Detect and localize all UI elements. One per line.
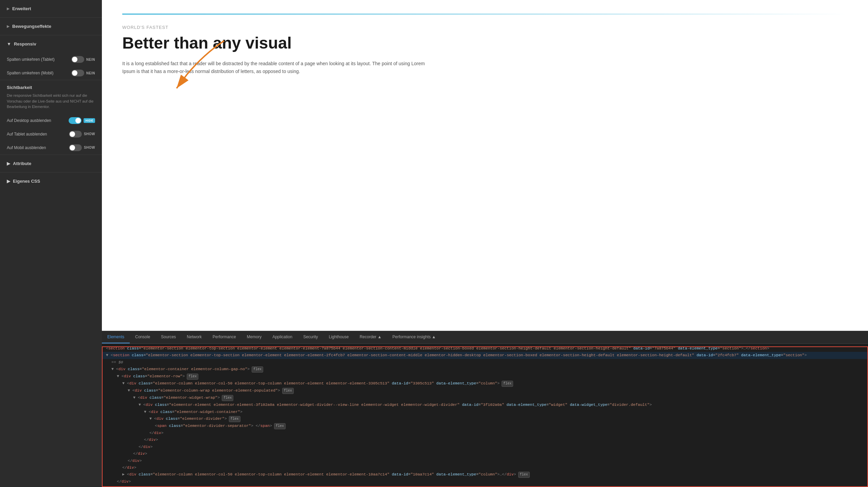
toggle-row-tablet: Spalten umkehren (Tablet) NEIN: [0, 53, 102, 66]
html-line-divider-widget: ▼ <div class="elementor-element elemento…: [102, 401, 868, 408]
responsiv-label: Responsiv: [14, 41, 36, 47]
html-line-2: ▼ <section class="elementor-section elem…: [102, 352, 868, 359]
html-line-widget-wrap: ▼ <div class="elementor-widget-wrap"> fl…: [102, 394, 868, 401]
devtools-tab-elements[interactable]: Elements: [102, 331, 130, 343]
toggle-mobil-label: Spalten umkehren (Mobil): [7, 71, 53, 75]
chevron-right-icon: ▶: [7, 7, 10, 11]
toggle-mobil-hide-label: Auf Mobil ausblenden: [7, 145, 46, 150]
toggle-desktop[interactable]: [69, 117, 82, 124]
toggle-tablet-wrap: NEIN: [71, 56, 95, 63]
sidebar-header-responsiv[interactable]: ▼ Responsiv: [0, 35, 102, 53]
devtools-tabs: Elements Console Sources Network Perform…: [102, 331, 868, 344]
html-line-divider: ▼ <div class="elementor-divider"> flex: [102, 415, 868, 422]
chevron-right-icon-2: ▶: [7, 24, 10, 28]
bewegungseffekte-label: Bewegungseffekte: [12, 24, 51, 29]
toggle-mobil-hide[interactable]: [69, 144, 82, 151]
html-line-comment: == $0: [102, 359, 868, 366]
toggle-row-mobil: Spalten umkehren (Mobil) NEIN: [0, 66, 102, 80]
sichtbarkeit-description: Die responsive Sichtbarkeit wirkt sich n…: [0, 91, 102, 114]
html-line-1: <section class="elementor-section elemen…: [102, 345, 868, 352]
html-line-separator: <span class="elementor-divider-separator…: [102, 422, 868, 430]
toggle-desktop-knob: [75, 118, 81, 123]
chevron-down-icon: ▼: [7, 41, 11, 47]
html-line-close-3: </div>: [102, 444, 868, 450]
html-line-close-2: </div>: [102, 436, 868, 443]
html-line-close-4: </div>: [102, 450, 868, 457]
devtools-tab-sources[interactable]: Sources: [156, 331, 181, 343]
toggle-mobil[interactable]: [71, 70, 84, 76]
sidebar-header-bewegungseffekte[interactable]: ▶ Bewegungseffekte: [0, 18, 102, 35]
toggle-tablet[interactable]: [71, 56, 84, 63]
preview-heading: Better than any visual: [122, 33, 428, 53]
devtools-tab-recorder[interactable]: Recorder ▲: [354, 331, 387, 343]
toggle-tablet-hide-wrap: SHOW: [69, 131, 95, 138]
sidebar-section-erweitert: ▶ Erweitert: [0, 0, 102, 18]
toggle-tablet-hide-label: Auf Tablet ausblenden: [7, 132, 47, 137]
preview-top-line: [122, 14, 848, 15]
sidebar-header-css[interactable]: ▶ Eigenes CSS: [0, 173, 102, 190]
toggle-tablet-hide-state: SHOW: [84, 132, 95, 136]
html-line-close-1: </div>: [102, 430, 868, 436]
devtools-html-content[interactable]: <section class="elementor-section elemen…: [102, 344, 868, 487]
toggle-mobil-state: NEIN: [86, 71, 95, 75]
toggle-tablet-label: Spalten umkehren (Tablet): [7, 57, 55, 62]
devtools-tab-memory[interactable]: Memory: [241, 331, 267, 343]
devtools-tab-performance[interactable]: Performance: [207, 331, 241, 343]
devtools-tab-performance-insights[interactable]: Performance insights ▲: [387, 331, 441, 343]
toggle-desktop-state: HIDE: [84, 118, 95, 123]
toggle-desktop-wrap: HIDE: [69, 117, 95, 124]
attribute-label: Attribute: [13, 161, 31, 166]
sichtbarkeit-title: Sichtbarkeit: [0, 80, 102, 91]
toggle-tablet-knob: [72, 57, 77, 62]
chevron-right-icon-3: ▶: [7, 161, 10, 166]
page-preview: WORLD'S FASTEST Better than any visual I…: [102, 0, 868, 331]
toggle-tablet-hide-knob: [70, 131, 75, 137]
devtools-tab-console[interactable]: Console: [130, 331, 156, 343]
html-line-widget-container: ▼ <div class="elementor-widget-container…: [102, 409, 868, 415]
sidebar-section-attribute: ▶ Attribute: [0, 155, 102, 172]
toggle-row-mobil-hide: Auf Mobil ausblenden SHOW: [0, 141, 102, 155]
toggle-tablet-hide[interactable]: [69, 131, 82, 138]
toggle-mobil-hide-state: SHOW: [84, 146, 95, 149]
html-line-col-wrap: ▼ <div class="elementor-column-wrap elem…: [102, 387, 868, 394]
chevron-right-icon-4: ▶: [7, 179, 10, 184]
toggle-mobil-hide-knob: [70, 145, 75, 150]
sidebar-header-erweitert[interactable]: ▶ Erweitert: [0, 0, 102, 17]
preview-top-label: WORLD'S FASTEST: [122, 25, 428, 30]
html-line-close-row: </div>: [102, 478, 868, 485]
toggle-tablet-state: NEIN: [86, 58, 95, 61]
css-label: Eigenes CSS: [13, 179, 40, 184]
preview-body: It is a long established fact that a rea…: [122, 60, 428, 76]
main-area: WORLD'S FASTEST Better than any visual I…: [102, 0, 868, 487]
devtools-tab-lighthouse[interactable]: Lighthouse: [323, 331, 354, 343]
html-line-col1: ▼ <div class="elementor-column elementor…: [102, 380, 868, 387]
toggle-desktop-label: Auf Desktop ausblenden: [7, 118, 51, 123]
toggle-row-tablet-hide: Auf Tablet ausblenden SHOW: [0, 127, 102, 141]
html-line-close-6: </div>: [102, 464, 868, 471]
html-line-container: ▼ <div class="elementor-container elemen…: [102, 366, 868, 373]
toggle-mobil-wrap: NEIN: [71, 70, 95, 76]
sidebar-section-css: ▶ Eigenes CSS: [0, 172, 102, 190]
erweitert-label: Erweitert: [12, 6, 31, 11]
preview-content: WORLD'S FASTEST Better than any visual I…: [122, 25, 428, 76]
toggle-mobil-hide-wrap: SHOW: [69, 144, 95, 151]
devtools-tab-network[interactable]: Network: [181, 331, 207, 343]
sidebar-section-sichtbarkeit: Sichtbarkeit Die responsive Sichtbarkeit…: [0, 80, 102, 155]
sidebar: ▶ Erweitert ▶ Bewegungseffekte ▼ Respons…: [0, 0, 102, 487]
sidebar-header-attribute[interactable]: ▶ Attribute: [0, 155, 102, 172]
html-line-col2: ▶ <div class="elementor-column elementor…: [102, 471, 868, 478]
devtools-tab-application[interactable]: Application: [267, 331, 298, 343]
sidebar-section-bewegungseffekte: ▶ Bewegungseffekte: [0, 18, 102, 35]
sidebar-section-responsiv: ▼ Responsiv Spalten umkehren (Tablet) NE…: [0, 35, 102, 80]
devtools-tab-security[interactable]: Security: [298, 331, 323, 343]
devtools-panel: Elements Console Sources Network Perform…: [102, 331, 868, 487]
toggle-row-desktop: Auf Desktop ausblenden HIDE: [0, 114, 102, 127]
html-line-row: ▼ <div class="elementor-row"> flex: [102, 373, 868, 380]
html-line-close-5: </div>: [102, 457, 868, 464]
toggle-mobil-knob: [72, 70, 77, 76]
